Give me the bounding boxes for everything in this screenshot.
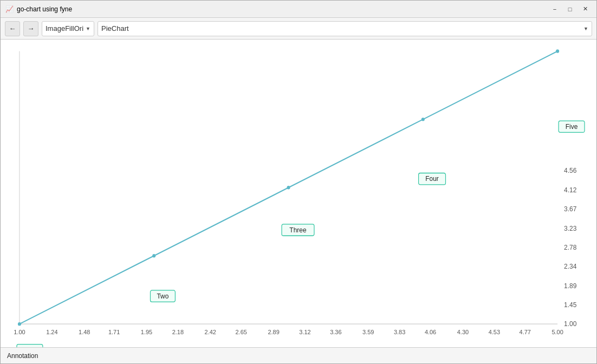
svg-point-32 [152,254,155,257]
svg-text:1.45: 1.45 [564,301,576,309]
svg-point-29 [18,322,21,326]
svg-text:5.00: 5.00 [551,329,563,335]
main-window: 📈 go-chart using fyne − □ ✕ ← → ImageFil… [0,0,597,364]
app-icon: 📈 [5,5,14,14]
toolbar: ← → ImageFillOri ▼ PieChart ▼ [1,18,596,40]
minimize-button[interactable]: − [548,4,562,15]
chevron-down-icon-2: ▼ [583,26,588,31]
maximize-button[interactable]: □ [563,4,577,15]
svg-text:3.83: 3.83 [394,329,405,335]
bottom-bar: Annotation [1,347,596,363]
svg-text:Three: Three [289,226,306,233]
svg-text:One: One [24,346,36,347]
window-controls: − □ ✕ [548,4,592,15]
svg-text:1.71: 1.71 [108,329,120,335]
title-bar: 📈 go-chart using fyne − □ ✕ [1,1,596,18]
svg-text:4.53: 4.53 [489,329,500,335]
svg-text:1.24: 1.24 [46,329,57,335]
svg-text:2.78: 2.78 [564,244,576,251]
annotation-label: Annotation [7,352,38,360]
svg-text:Two: Two [157,292,168,300]
svg-text:1.00: 1.00 [564,320,576,328]
svg-text:3.67: 3.67 [564,205,576,213]
svg-text:3.12: 3.12 [299,329,310,335]
svg-text:4.30: 4.30 [457,329,469,335]
chart-area: 1.00 1.45 1.89 2.34 2.78 3.23 3.67 4.12 … [1,40,596,347]
svg-text:4.06: 4.06 [425,329,436,335]
svg-text:1.95: 1.95 [141,329,152,335]
svg-point-35 [287,186,290,189]
svg-text:2.34: 2.34 [564,263,576,270]
svg-point-38 [421,118,425,121]
svg-text:3.23: 3.23 [564,224,576,232]
svg-text:2.65: 2.65 [236,329,247,335]
chart-svg: 1.00 1.45 1.89 2.34 2.78 3.23 3.67 4.12 … [1,40,596,347]
svg-text:2.42: 2.42 [205,329,216,335]
svg-text:3.36: 3.36 [330,329,341,335]
back-button[interactable]: ← [5,21,20,36]
window-title: go-chart using fyne [17,5,548,13]
image-fill-dropdown[interactable]: ImageFillOri ▼ [42,21,94,36]
image-fill-label: ImageFillOri [46,24,83,32]
svg-text:4.12: 4.12 [564,186,576,193]
svg-text:4.77: 4.77 [520,329,531,335]
close-button[interactable]: ✕ [578,4,592,15]
svg-point-41 [556,49,559,53]
svg-text:Five: Five [566,123,578,131]
svg-text:1.00: 1.00 [14,329,25,335]
svg-text:Four: Four [425,175,439,183]
svg-text:2.89: 2.89 [268,329,279,335]
chevron-down-icon: ▼ [86,26,90,31]
svg-text:3.59: 3.59 [362,329,374,335]
svg-text:1.89: 1.89 [564,282,576,289]
chart-type-label: PieChart [101,24,129,32]
svg-text:2.18: 2.18 [172,329,184,335]
forward-button[interactable]: → [23,21,38,36]
chart-type-dropdown[interactable]: PieChart ▼ [98,21,592,36]
svg-text:4.56: 4.56 [564,167,576,174]
svg-text:1.48: 1.48 [79,329,90,335]
